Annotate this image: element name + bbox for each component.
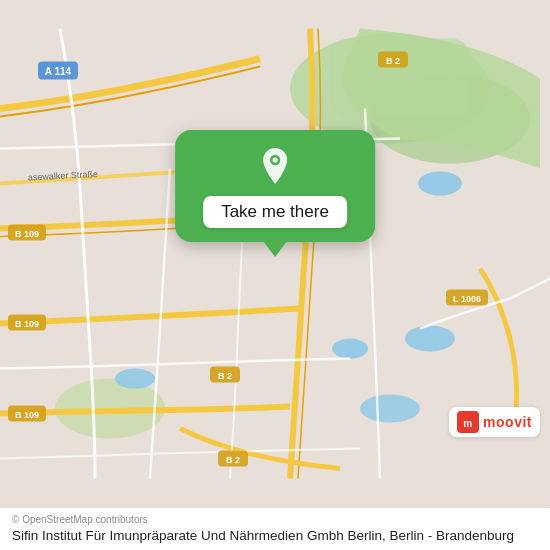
map-area[interactable]: A 114 B 2 B 2 B 2 B 2 B 109 B 109 B 109 … <box>0 0 550 507</box>
svg-point-7 <box>115 369 155 389</box>
popup-tail <box>263 241 287 257</box>
popup-bubble[interactable]: Take me there <box>175 130 375 242</box>
svg-point-8 <box>405 326 455 352</box>
svg-point-30 <box>272 157 277 162</box>
svg-text:B 2: B 2 <box>386 56 400 66</box>
location-title: Sifin Institut Für Imunpräparate Und Näh… <box>12 527 538 546</box>
app: A 114 B 2 B 2 B 2 B 2 B 109 B 109 B 109 … <box>0 0 550 550</box>
svg-text:m: m <box>463 418 472 429</box>
svg-text:B 109: B 109 <box>15 410 39 420</box>
svg-text:B 109: B 109 <box>15 229 39 239</box>
attribution: © OpenStreetMap contributors <box>12 514 538 525</box>
popup[interactable]: Take me there <box>175 130 375 257</box>
moovit-label: moovit <box>483 414 532 430</box>
moovit-logo-icon: m <box>457 411 479 433</box>
moovit-badge: m moovit <box>449 407 540 437</box>
svg-point-5 <box>418 172 462 196</box>
svg-text:B 2: B 2 <box>226 455 240 465</box>
svg-text:B 109: B 109 <box>15 319 39 329</box>
footer: © OpenStreetMap contributors Sifin Insti… <box>0 507 550 550</box>
location-pin-icon <box>257 148 293 184</box>
svg-point-9 <box>360 395 420 423</box>
svg-text:B 2: B 2 <box>218 371 232 381</box>
svg-text:L 1006: L 1006 <box>453 294 481 304</box>
svg-text:A 114: A 114 <box>45 66 72 77</box>
take-me-there-button[interactable]: Take me there <box>203 196 347 228</box>
svg-point-6 <box>332 339 368 359</box>
